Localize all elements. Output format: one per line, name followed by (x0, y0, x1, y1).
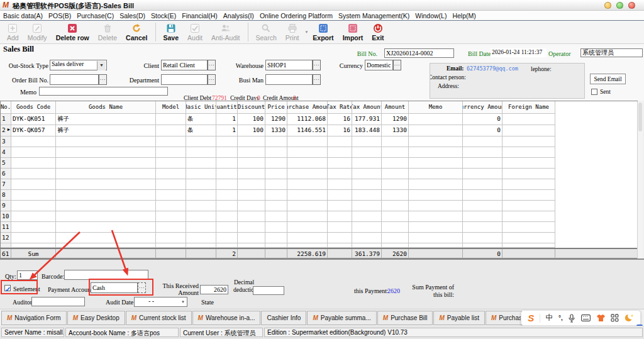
ime-night-icon[interactable] (625, 314, 634, 322)
cell-foreign_name[interactable] (502, 243, 555, 248)
menu-window-l[interactable]: Window(L) (415, 12, 447, 19)
cell-tax_rate[interactable] (328, 169, 352, 179)
cell-memo[interactable] (409, 136, 463, 147)
row-number[interactable]: 9 (1, 201, 11, 211)
maximize-button[interactable] (616, 2, 623, 9)
cell-foreign_name[interactable] (502, 125, 555, 136)
tab-payable-summa[interactable]: MPayable summa... (307, 311, 376, 325)
cell-goods_name[interactable] (56, 147, 156, 158)
table-row-empty-11[interactable]: 11 (0, 222, 638, 233)
cell-discount[interactable] (238, 201, 265, 211)
cell-amount[interactable] (382, 190, 409, 201)
cell-foreign_name[interactable] (502, 201, 555, 211)
cell-foreign_name[interactable] (502, 249, 555, 258)
minimize-button[interactable] (604, 2, 611, 9)
cell-tax_amount[interactable]: 361.379 (352, 249, 382, 258)
cell-tax_rate[interactable] (328, 222, 352, 233)
cell-tax_rate[interactable] (328, 233, 352, 243)
cell-goods_name[interactable]: 裤子 (56, 114, 156, 125)
cell-tax_amount[interactable] (352, 201, 382, 211)
table-row-empty-8[interactable]: 8 (0, 190, 638, 201)
cell-price[interactable] (265, 169, 287, 179)
cell-currency_amount[interactable] (463, 136, 502, 147)
cell-quantity[interactable] (216, 158, 238, 169)
cell-basic_unit[interactable] (186, 158, 216, 169)
cell-tax_rate[interactable]: 16 (328, 125, 352, 136)
email-link[interactable]: 627453779@qq.com (467, 65, 518, 72)
grid-vertical-scrollbar[interactable] (637, 101, 643, 258)
cell-goods_code[interactable] (11, 147, 56, 158)
cell-basic_unit[interactable]: 条 (186, 114, 216, 125)
table-row-empty-12[interactable]: 12 (0, 233, 638, 243)
cell-discount[interactable] (238, 211, 265, 222)
warehouse-lookup-button[interactable]: ... (313, 60, 321, 70)
cell-basic_unit[interactable] (186, 201, 216, 211)
cell-basic_unit[interactable] (186, 169, 216, 179)
cell-quantity[interactable] (216, 201, 238, 211)
column-header-goods_code[interactable]: Goods Code (11, 101, 56, 114)
cell-basic_unit[interactable] (186, 211, 216, 222)
cell-tax_amount[interactable] (352, 190, 382, 201)
cell-tax_amount[interactable]: 177.931 (352, 114, 382, 125)
cell-tax_amount[interactable]: 183.448 (352, 125, 382, 136)
cell-discount[interactable] (238, 179, 265, 190)
cell-purchase_amount[interactable] (287, 169, 328, 179)
cell-amount[interactable]: 1290 (382, 114, 409, 125)
table-row-2[interactable]: 2▶DYK-QK057裤子条110013301146.55116183.4481… (0, 125, 638, 136)
cell-foreign_name[interactable] (502, 222, 555, 233)
cell-model[interactable] (156, 201, 186, 211)
cell-currency_amount[interactable] (463, 243, 502, 248)
cell-tax_rate[interactable] (328, 249, 352, 258)
order-bill-no-lookup-button[interactable]: ... (99, 74, 107, 85)
cell-amount[interactable] (382, 158, 409, 169)
cell-currency_amount[interactable]: 0 (463, 114, 502, 125)
cell-purchase_amount[interactable]: 1112.068 (287, 114, 328, 125)
cell-memo[interactable] (409, 158, 463, 169)
cell-currency_amount[interactable] (463, 158, 502, 169)
cell-currency_amount[interactable]: 0 (463, 249, 502, 258)
cell-memo[interactable] (409, 201, 463, 211)
tab-warehouse-in-a[interactable]: MWarehouse in-a... (192, 311, 261, 325)
cell-tax_amount[interactable] (352, 158, 382, 169)
client-lookup-button[interactable]: ... (208, 60, 216, 70)
out-stock-type-combo[interactable]: Sales deliver ▼ (50, 60, 107, 70)
cell-goods_name[interactable] (56, 233, 156, 243)
table-row-empty-5[interactable]: 5 (0, 158, 638, 169)
row-number[interactable]: 3 (1, 136, 11, 147)
cell-quantity[interactable] (216, 190, 238, 201)
cell-model[interactable] (156, 158, 186, 169)
cell-tax_amount[interactable] (352, 147, 382, 158)
column-header-basic_unit[interactable]: Basic Unit (186, 101, 216, 114)
cell-goods_code[interactable] (11, 179, 56, 190)
cell-currency_amount[interactable] (463, 233, 502, 243)
operator-field[interactable] (580, 48, 643, 57)
cell-goods_name[interactable] (56, 222, 156, 233)
order-bill-no-field[interactable] (50, 74, 99, 85)
cell-goods_name[interactable] (56, 249, 156, 258)
cell-currency_amount[interactable] (463, 169, 502, 179)
cell-purchase_amount[interactable] (287, 222, 328, 233)
cell-memo[interactable] (409, 233, 463, 243)
cell-quantity[interactable] (216, 179, 238, 190)
payment-account-lookup-button[interactable]: ... (138, 282, 146, 293)
cell-goods_name[interactable]: 裤子 (56, 125, 156, 136)
cell-tax_rate[interactable] (328, 179, 352, 190)
cell-model[interactable] (156, 169, 186, 179)
cell-goods_code[interactable] (11, 190, 56, 201)
cell-currency_amount[interactable] (463, 201, 502, 211)
ime-punctuation-icon[interactable]: °, (558, 314, 563, 321)
cell-goods_name[interactable] (56, 201, 156, 211)
cell-memo[interactable] (409, 211, 463, 222)
cell-foreign_name[interactable] (502, 233, 555, 243)
cell-memo[interactable] (409, 114, 463, 125)
cell-price[interactable] (265, 190, 287, 201)
department-lookup-button[interactable]: ... (208, 74, 216, 85)
cell-goods_name[interactable] (56, 158, 156, 169)
cell-foreign_name[interactable] (502, 147, 555, 158)
cell-tax_amount[interactable] (352, 169, 382, 179)
cell-tax_amount[interactable] (352, 211, 382, 222)
cell-purchase_amount[interactable] (287, 201, 328, 211)
cell-price[interactable]: 1330 (265, 125, 287, 136)
cell-model[interactable] (156, 233, 186, 243)
ime-language-icon[interactable]: 中 (545, 313, 553, 323)
